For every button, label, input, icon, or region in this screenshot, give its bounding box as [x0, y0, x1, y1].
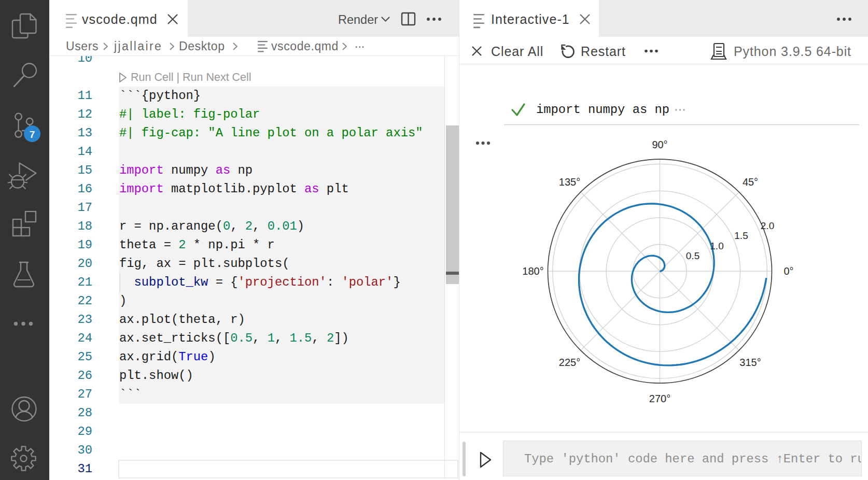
- svg-text:90°: 90°: [652, 139, 667, 150]
- svg-text:0°: 0°: [783, 265, 793, 277]
- svg-text:180°: 180°: [522, 265, 543, 277]
- svg-text:0.5: 0.5: [686, 250, 699, 261]
- svg-text:1.0: 1.0: [710, 241, 723, 251]
- svg-text:225°: 225°: [559, 357, 580, 368]
- svg-text:2.0: 2.0: [761, 220, 774, 231]
- svg-text:1.5: 1.5: [734, 230, 748, 241]
- svg-text:135°: 135°: [559, 176, 580, 188]
- svg-text:45°: 45°: [743, 176, 758, 188]
- svg-text:315°: 315°: [739, 357, 761, 368]
- svg-text:270°: 270°: [649, 393, 670, 404]
- svg-text:7: 7: [30, 129, 35, 140]
